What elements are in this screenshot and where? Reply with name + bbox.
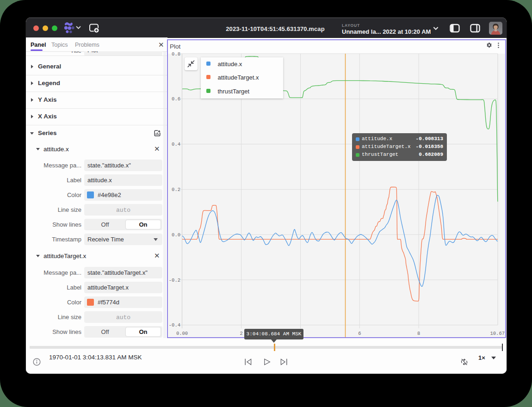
svg-text:2: 2 (240, 331, 242, 336)
svg-text:0.00: 0.00 (176, 331, 188, 336)
svg-text:-0.2: -0.2 (169, 278, 180, 283)
svg-text:8: 8 (417, 331, 420, 336)
svg-text:-0.4: -0.4 (169, 322, 180, 328)
svg-text:0.4: 0.4 (172, 142, 180, 147)
svg-text:6: 6 (358, 331, 361, 336)
svg-text:0.8: 0.8 (172, 51, 180, 57)
svg-text:0.2: 0.2 (172, 187, 180, 192)
svg-text:0.6: 0.6 (172, 96, 180, 102)
svg-text:10.67: 10.67 (490, 331, 505, 336)
svg-text:0.0: 0.0 (172, 232, 180, 238)
